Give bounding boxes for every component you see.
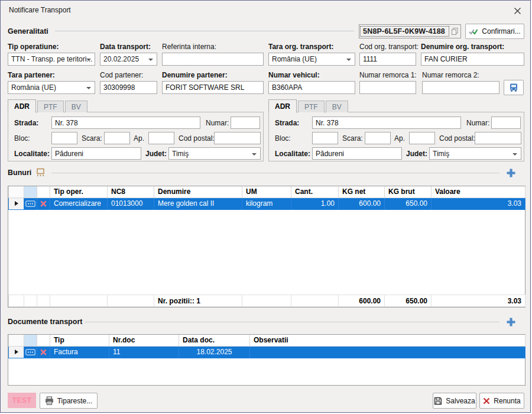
strada-input[interactable]: [312, 117, 461, 129]
localitate-input[interactable]: [312, 147, 402, 160]
ap-input[interactable]: [409, 132, 435, 144]
bunuri-footer-table: Nr. pozitii:: 1 600.00 650.00 3.03: [8, 295, 525, 307]
cell-kg-net: 600.00: [339, 198, 385, 209]
tab-adr[interactable]: ADR: [268, 99, 297, 113]
section-title-generalitati: Generalitati: [8, 27, 48, 35]
tab-ptf[interactable]: PTF: [37, 101, 64, 112]
delete-row-cell[interactable]: [37, 346, 50, 358]
scara-label: Scara:: [342, 134, 363, 143]
tara-partener-select[interactable]: România (UE): [8, 81, 95, 94]
footer-kg-net-total: 600.00: [339, 295, 385, 307]
section-title-bunuri: Bunuri: [8, 169, 31, 177]
denumire-org-input[interactable]: [421, 53, 524, 66]
delete-row-icon: [37, 347, 50, 358]
add-document-button[interactable]: [503, 314, 518, 329]
close-button[interactable]: [509, 4, 525, 17]
judet-select[interactable]: Timiş: [429, 147, 521, 160]
judet-label: Judet:: [145, 150, 167, 158]
chevron-down-icon: [86, 59, 91, 61]
denumire-partener-input[interactable]: [162, 81, 264, 94]
numar-remorca2-label: Numar remorca 2:: [422, 71, 479, 79]
edit-row-cell[interactable]: [24, 346, 37, 358]
localitate-input[interactable]: [51, 147, 141, 160]
vehicle-lookup-button[interactable]: [504, 80, 524, 95]
truck-icon: [509, 83, 518, 92]
cod-partener-input[interactable]: [100, 81, 157, 94]
salveaza-button[interactable]: Salveaza: [433, 393, 476, 409]
edit-row-cell[interactable]: [24, 198, 37, 209]
scara-input[interactable]: [104, 132, 130, 144]
footer-empty: [50, 295, 108, 307]
col-nr-doc[interactable]: Nr.doc: [109, 335, 179, 346]
col-data-doc[interactable]: Data doc.: [179, 335, 250, 346]
tip-operatiune-select[interactable]: TTN - Transp. pe teritori...: [8, 53, 95, 66]
confirmation-code-box[interactable]: 5N8P-6L5F-0K9W-4188: [359, 24, 461, 38]
referinta-interna-input[interactable]: [162, 53, 264, 66]
address-org-tabs: ADR PTF BV: [8, 99, 89, 112]
cell-denumire: Mere golden cal II: [154, 198, 242, 209]
judet-select[interactable]: Timiş: [168, 147, 261, 160]
window-title: Notificare Transport: [9, 6, 71, 14]
confirmari-label: Confirmari...: [482, 27, 520, 35]
row-arrow-icon: [15, 201, 18, 206]
footer-empty: [9, 295, 24, 307]
ap-input[interactable]: [148, 132, 174, 144]
col-kg-net[interactable]: KG net: [339, 186, 385, 198]
numar-remorca2-input[interactable]: [422, 81, 499, 94]
col-valoare[interactable]: Valoare: [432, 186, 525, 198]
col-denumire[interactable]: Denumire: [154, 186, 242, 198]
strada-input[interactable]: [51, 117, 200, 129]
tab-bv[interactable]: BV: [65, 101, 87, 112]
row-selector-header: [9, 335, 24, 346]
tara-org-label: Tara org. transport:: [268, 43, 333, 51]
confirmation-code: 5N8P-6L5F-0K9W-4188: [360, 26, 449, 37]
numar-input[interactable]: [231, 117, 260, 129]
bloc-input[interactable]: [312, 132, 338, 144]
table-row[interactable]: Factura 11 18.02.2025: [9, 346, 525, 358]
tab-adr[interactable]: ADR: [8, 99, 36, 113]
numar-vehicul-input[interactable]: [268, 81, 355, 94]
row-arrow-icon: [15, 350, 18, 354]
tab-bv[interactable]: BV: [326, 101, 348, 112]
col-nc8[interactable]: NC8: [108, 186, 154, 198]
table-row[interactable]: Comercializare 01013000 Mere golden cal …: [9, 198, 525, 209]
chevron-down-icon: [86, 87, 91, 89]
numar-remorca1-input[interactable]: [359, 81, 416, 94]
address-partener-tabs: ADR PTF BV: [268, 99, 349, 112]
row-selector-cell[interactable]: [9, 198, 24, 209]
renunta-button[interactable]: Renunta: [479, 393, 524, 409]
bloc-label: Bloc:: [275, 134, 291, 143]
col-kg-brut[interactable]: KG brut: [385, 186, 432, 198]
renunta-label: Renunta: [494, 397, 520, 405]
bloc-input[interactable]: [51, 132, 77, 144]
chevron-down-icon: [346, 59, 351, 61]
row-selector-cell[interactable]: [9, 346, 24, 358]
numar-input[interactable]: [491, 117, 521, 129]
edit-column-header: [24, 335, 37, 346]
tipareste-button[interactable]: Tipareste...: [40, 393, 98, 409]
scara-input[interactable]: [365, 132, 391, 144]
tara-org-select[interactable]: România (UE): [268, 53, 355, 66]
add-bun-button[interactable]: [503, 165, 518, 180]
copy-icon[interactable]: [449, 27, 460, 35]
address-org-group: Strada: Numar: Bloc: Scara: Ap. Cod post…: [8, 112, 264, 161]
delete-row-cell[interactable]: [37, 198, 50, 209]
col-cant[interactable]: Cant.: [291, 186, 339, 198]
cod-org-input[interactable]: [359, 53, 416, 66]
address-partener-group: Strada: Numar: Bloc: Scara: Ap. Cod post…: [268, 112, 524, 161]
bunuri-table-main: Tip oper. NC8 Denumire UM Cant. KG net K…: [8, 186, 525, 210]
col-observatii[interactable]: Observatii: [250, 335, 525, 346]
data-transport-picker[interactable]: 20.02.2025: [100, 53, 157, 66]
col-tip[interactable]: Tip: [50, 335, 109, 346]
judet-label: Judet:: [406, 150, 427, 158]
cod-postal-input[interactable]: [214, 132, 261, 144]
tab-ptf[interactable]: PTF: [298, 101, 325, 112]
col-tip-oper[interactable]: Tip oper.: [50, 186, 108, 198]
confirmari-button[interactable]: Confirmari...: [465, 24, 524, 39]
col-um[interactable]: UM: [242, 186, 291, 198]
cod-postal-input[interactable]: [475, 132, 521, 144]
double-check-icon: [469, 28, 478, 35]
cell-um: kilogram: [242, 198, 291, 209]
referinta-interna-label: Referinta interna:: [162, 43, 216, 51]
divider: [85, 322, 499, 322]
